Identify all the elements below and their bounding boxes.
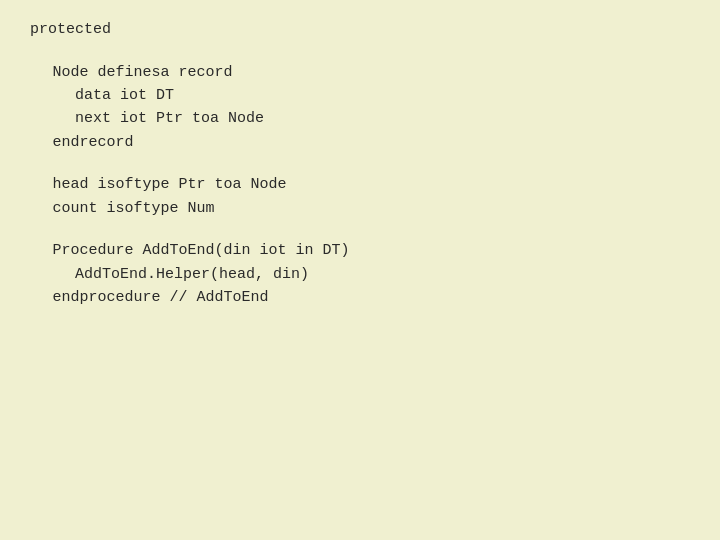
line-protected: protected [30, 18, 690, 41]
line-data-iot: data iot DT [30, 84, 690, 107]
line-addtoend-helper: AddToEnd.Helper(head, din) [30, 263, 690, 286]
line-count: count isoftype Num [30, 197, 690, 220]
code-display: protected Node definesa record data iot … [0, 0, 720, 540]
blank-line-2 [30, 154, 690, 174]
line-head: head isoftype Ptr toa Node [30, 173, 690, 196]
line-endprocedure: endprocedure // AddToEnd [30, 286, 690, 309]
line-node-define: Node definesa record [30, 61, 690, 84]
blank-line-3 [30, 220, 690, 240]
blank-line-1 [30, 41, 690, 61]
line-endrecord: endrecord [30, 131, 690, 154]
line-procedure: Procedure AddToEnd(din iot in DT) [30, 239, 690, 262]
line-next-iot: next iot Ptr toa Node [30, 107, 690, 130]
